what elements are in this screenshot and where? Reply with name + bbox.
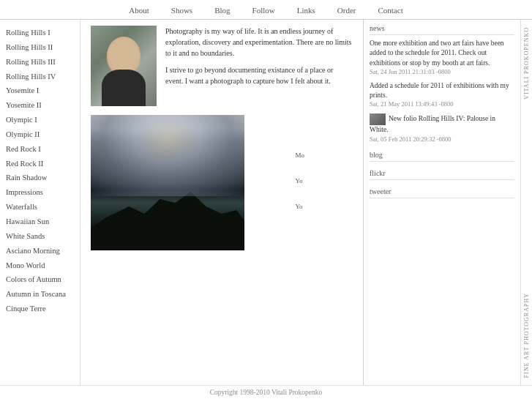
nav-item-about[interactable]: About [129, 6, 149, 15]
profile-photo [91, 26, 157, 106]
right-panel: news One more exhibition and two art fai… [363, 20, 520, 385]
flickr-section: flickr [370, 169, 514, 180]
sidebar-item-colors-of-autumn[interactable]: Colors of Autumn [4, 272, 75, 287]
photo-label-1: Mo [295, 152, 304, 159]
nav-item-shows[interactable]: Shows [171, 6, 192, 15]
news-thumb-2 [370, 113, 386, 125]
flickr-header: flickr [370, 169, 514, 180]
sidebar-item-olympic-ii[interactable]: Olympic II [4, 127, 75, 142]
sidebar-item-rolling-hills-iii[interactable]: Rolling Hills III [4, 55, 75, 70]
bio-paragraph-2: I strive to go beyond documenting exista… [165, 64, 353, 86]
main-layout: Rolling Hills IRolling Hills IIRolling H… [0, 20, 532, 385]
news-date-0: Sat, 24 Jun 2011 21:31:03 -0800 [370, 68, 514, 77]
news-items: One more exhibition and two art fairs ha… [370, 39, 514, 143]
nav-item-follow[interactable]: Follow [252, 6, 275, 15]
news-section: news One more exhibition and two art fai… [370, 24, 514, 143]
sidebar-item-asciano-morning[interactable]: Asciano Morning [4, 244, 75, 258]
photo-labels: Mo Yo Yo [295, 152, 304, 210]
main-landscape-photo [91, 115, 244, 250]
tweeter-section: tweeter [370, 187, 514, 198]
sidebar-item-rain-shadow[interactable]: Rain Shadow [4, 171, 75, 185]
vertical-text-bottom: Fine Art Photography [523, 293, 530, 378]
center-content: Photography is my way of life. It is an … [80, 20, 363, 385]
vertical-text-panel: Vitali Prokopenko Fine Art Photography [520, 20, 532, 385]
sidebar-item-mono-world[interactable]: Mono World [4, 258, 75, 273]
sidebar-item-red-rock-ii[interactable]: Red Rock II [4, 157, 75, 171]
news-item-1: Added a schedule for 2011 of exhibitions… [370, 81, 514, 109]
news-date-2: Sat, 05 Feb 2011 20:29:32 -0800 [370, 135, 514, 144]
blog-header: blog [370, 151, 514, 162]
sidebar-item-yosemite-i[interactable]: Yosemite I [4, 83, 75, 98]
bio-text: Photography is my way of life. It is an … [165, 26, 353, 106]
footer-text: Copyright 1998-2010 Vitali Prokopenko [210, 389, 323, 396]
photo-label-3: Yo [295, 203, 304, 210]
news-item-2: New folio Rolling Hills IV: Palouse in W… [370, 113, 514, 143]
news-text-0: One more exhibition and two art fairs ha… [370, 40, 504, 67]
photo-label-2: Yo [295, 177, 304, 184]
bio-section: Photography is my way of life. It is an … [91, 26, 353, 106]
sidebar-item-rolling-hills-iv[interactable]: Rolling Hills IV [4, 70, 75, 84]
sidebar-item-impressions[interactable]: Impressions [4, 185, 75, 200]
sidebar-item-cinque-terre[interactable]: Cinque Terre [4, 302, 75, 316]
news-item-0: One more exhibition and two art fairs ha… [370, 39, 514, 77]
news-date-1: Sat, 21 May 2011 13:49:43 -0800 [370, 100, 514, 109]
sidebar-item-olympic-i[interactable]: Olympic I [4, 113, 75, 127]
nav-item-links[interactable]: Links [297, 6, 315, 15]
nav-item-order[interactable]: Order [337, 6, 356, 15]
sidebar-item-waterfalls[interactable]: Waterfalls [4, 200, 75, 215]
bio-paragraph-1: Photography is my way of life. It is an … [165, 26, 353, 59]
news-header: news [370, 24, 514, 35]
sidebar-item-yosemite-ii[interactable]: Yosemite II [4, 98, 75, 113]
tweeter-header: tweeter [370, 187, 514, 198]
sidebar-item-rolling-hills-ii[interactable]: Rolling Hills II [4, 40, 75, 55]
sidebar: Rolling Hills IRolling Hills IIRolling H… [0, 20, 80, 385]
nav-item-blog[interactable]: Blog [214, 6, 230, 15]
nav-item-contact[interactable]: Contact [378, 6, 402, 15]
sidebar-item-white-sands[interactable]: White Sands [4, 229, 75, 244]
blog-section: blog [370, 151, 514, 162]
sidebar-item-hawaiian-sun[interactable]: Hawaiian Sun [4, 215, 75, 229]
footer: Copyright 1998-2010 Vitali Prokopenko [0, 385, 532, 399]
news-text-2: New folio Rolling Hills IV: Palouse in W… [370, 115, 495, 133]
sidebar-item-autumn-in-toscana[interactable]: Autumn in Toscana [4, 287, 75, 302]
top-navigation: AboutShowsBlogFollowLinksOrderContact [0, 0, 532, 20]
sidebar-item-red-rock-i[interactable]: Red Rock I [4, 142, 75, 157]
vertical-text-top: Vitali Prokopenko [523, 27, 530, 100]
sidebar-item-rolling-hills-i[interactable]: Rolling Hills I [4, 26, 75, 40]
news-text-1: Added a schedule for 2011 of exhibitions… [370, 82, 509, 99]
